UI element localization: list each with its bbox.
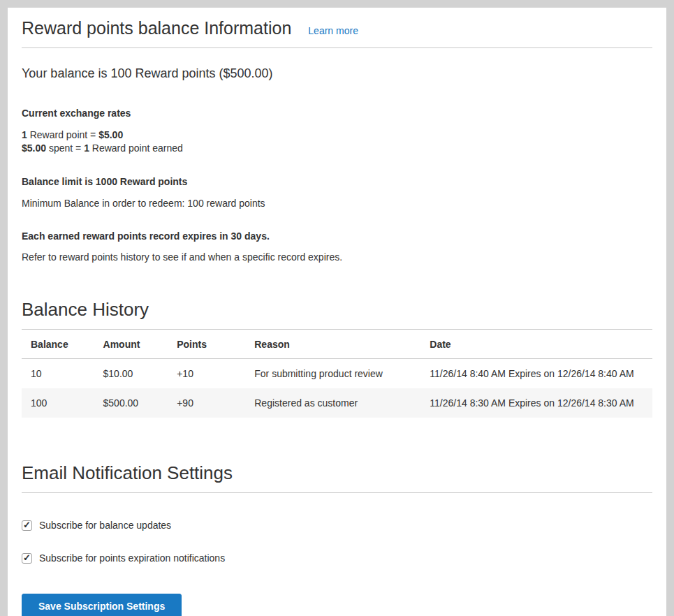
balance-summary: Your balance is 100 Reward points ($500.… <box>22 66 652 81</box>
cell-points: +90 <box>170 388 247 418</box>
table-header-row: Balance Amount Points Reason Date <box>22 330 652 359</box>
balance-history-table: Balance Amount Points Reason Date 10 $10… <box>22 330 652 418</box>
balance-history-title: Balance History <box>22 299 652 321</box>
page-title: Reward points balance Information <box>22 18 291 38</box>
subscribe-expiration-label[interactable]: Subscribe for points expiration notifica… <box>39 552 225 564</box>
balance-limit-text: Balance limit is 1000 Reward points <box>22 176 652 187</box>
exchange-rates-heading: Current exchange rates <box>22 108 652 119</box>
column-header-amount: Amount <box>96 330 170 359</box>
exchange-rates-lines: 1 Reward point = $5.00 $5.00 spent = 1 R… <box>22 129 652 155</box>
subscribe-expiration-row: Subscribe for points expiration notifica… <box>22 552 652 564</box>
cell-balance: 100 <box>22 388 96 418</box>
subscribe-balance-updates-label[interactable]: Subscribe for balance updates <box>39 520 171 531</box>
cell-reason: Registered as customer <box>247 388 423 418</box>
table-row: 100 $500.00 +90 Registered as customer 1… <box>22 388 652 418</box>
cell-reason: For submitting product review <box>247 359 423 389</box>
rate1-points: 1 <box>22 129 27 140</box>
table-row: 10 $10.00 +10 For submitting product rev… <box>22 359 652 389</box>
column-header-points: Points <box>170 330 247 359</box>
reward-info-card: Reward points balance Information Learn … <box>8 8 666 616</box>
page-title-row: Reward points balance Information Learn … <box>22 18 652 48</box>
cell-date: 11/26/14 8:40 AM Expires on 12/26/14 8:4… <box>423 359 652 389</box>
subscribe-balance-updates-row: Subscribe for balance updates <box>22 520 652 531</box>
rate2-tail: Reward point earned <box>89 142 183 154</box>
email-notification-heading-row: Email Notification Settings <box>22 462 652 493</box>
expiry-note-text: Refer to reward points history to see if… <box>22 251 652 263</box>
save-subscription-settings-button[interactable]: Save Subscription Settings <box>22 594 182 616</box>
cell-points: +10 <box>170 359 247 389</box>
cell-date: 11/26/14 8:30 AM Expires on 12/26/14 8:3… <box>423 388 652 418</box>
cell-amount: $500.00 <box>96 388 170 418</box>
rate2-money: $5.00 <box>22 142 46 154</box>
min-balance-text: Minimum Balance in order to redeem: 100 … <box>22 198 652 209</box>
learn-more-link[interactable]: Learn more <box>308 25 358 36</box>
email-notification-section: Email Notification Settings Subscribe fo… <box>22 462 652 616</box>
email-notification-title: Email Notification Settings <box>22 462 652 484</box>
rate1-money: $5.00 <box>98 129 123 140</box>
cell-amount: $10.00 <box>96 359 170 389</box>
rate1-text: Reward point = <box>27 129 98 140</box>
expiry-text: Each earned reward points record expires… <box>22 230 652 242</box>
balance-history-section: Balance History Balance Amount Points Re… <box>22 299 652 418</box>
exchange-rate-line-2: $5.00 spent = 1 Reward point earned <box>22 142 652 155</box>
cell-balance: 10 <box>22 359 96 389</box>
rate2-points: 1 <box>84 142 89 154</box>
exchange-rate-line-1: 1 Reward point = $5.00 <box>22 129 652 142</box>
balance-history-heading-row: Balance History <box>22 299 652 330</box>
column-header-balance: Balance <box>22 330 96 359</box>
column-header-reason: Reason <box>247 330 423 359</box>
column-header-date: Date <box>423 330 652 359</box>
rate2-text: spent = <box>46 142 84 154</box>
subscribe-expiration-checkbox[interactable] <box>22 553 32 564</box>
subscribe-balance-updates-checkbox[interactable] <box>22 520 32 531</box>
